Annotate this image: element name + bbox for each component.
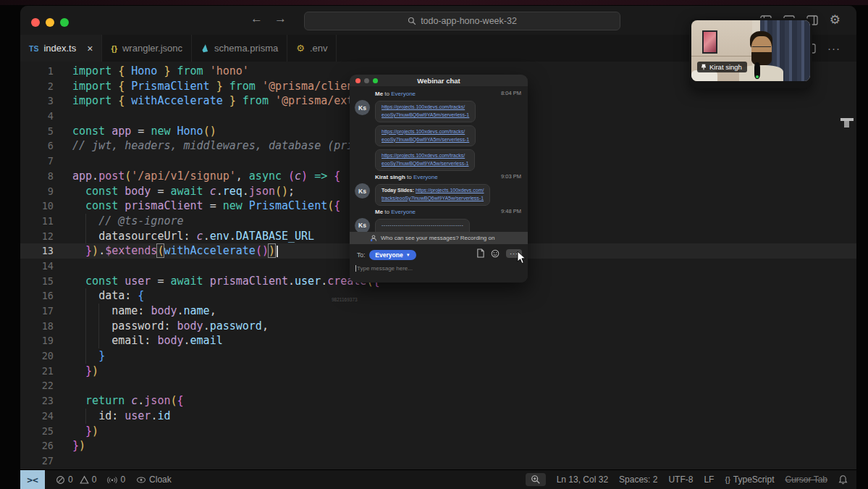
code-line[interactable]: 25 })	[20, 424, 856, 439]
eye-icon	[136, 476, 146, 484]
magnifier-plus-icon	[531, 475, 541, 485]
line-number: 12	[20, 229, 54, 244]
ports-indicator[interactable]: 0	[107, 475, 125, 485]
webcam-video: Kirat singh	[691, 20, 810, 81]
cloak-extension[interactable]: Cloak	[136, 475, 172, 485]
code-line[interactable]: 26})	[20, 438, 856, 454]
webinar-chat-window[interactable]: Webinar chat Me to Everyone8:04 PMKshttp…	[350, 75, 528, 283]
code-line[interactable]: 22	[20, 378, 856, 393]
problems-indicator[interactable]: 0 0	[56, 475, 96, 485]
line-number: 2	[20, 79, 54, 94]
chat-message-bubble[interactable]: https://projects.100xdevs.com/tracks/eoo…	[375, 125, 476, 147]
line-number: 24	[20, 409, 54, 424]
avatar: Ks	[355, 218, 370, 232]
line-number: 16	[20, 288, 54, 304]
code-text: })	[72, 438, 85, 454]
code-line[interactable]: 16 data: {	[20, 288, 856, 304]
tab-label: schema.prisma	[214, 43, 278, 54]
chat-message: Me to Everyone8:04 PMKshttps://projects.…	[350, 90, 528, 146]
line-number: 25	[20, 424, 54, 439]
forward-arrow-icon[interactable]: →	[274, 12, 287, 26]
braces-file-icon: {}	[111, 44, 117, 53]
code-line[interactable]: 23 return c.json({	[20, 393, 856, 409]
chat-message: https://projects.100xdevs.com/tracks/eoo…	[350, 149, 528, 171]
code-text: const body = await c.req.json();	[72, 184, 295, 199]
participant-name-label: Kirat singh	[697, 62, 747, 72]
line-number: 27	[20, 454, 54, 469]
eol-sequence[interactable]: LF	[704, 475, 714, 485]
chat-link[interactable]: https://projects.100xdevs.com/tracks/	[382, 153, 465, 158]
chat-link[interactable]: tracks/eooSy7lnuwBQ6wl9YA5w/serverless-1	[382, 196, 484, 201]
code-text: })	[72, 364, 98, 379]
chat-title: Webinar chat	[350, 77, 528, 85]
tab-label: .env	[310, 43, 328, 54]
person-icon	[370, 235, 377, 242]
tab-schema-prisma[interactable]: schema.prisma	[192, 35, 287, 62]
chat-compose-area: To: Everyone ▼ ··	[350, 244, 528, 283]
code-line[interactable]: 18 password: body.password,	[20, 319, 856, 334]
line-number: 1	[20, 64, 54, 79]
back-arrow-icon[interactable]: ←	[250, 12, 263, 26]
command-center-search[interactable]: todo-app-hono-week-32	[304, 12, 620, 30]
chat-link[interactable]: eooSy7lnuwBQ6wl9YA5m/serverless-1	[382, 137, 469, 142]
line-number: 10	[20, 198, 54, 214]
close-tab-icon[interactable]: ×	[87, 43, 93, 54]
language-mode[interactable]: {} TypeScript	[725, 475, 774, 485]
chat-message-bubble[interactable]: https://projects.100xdevs.com/tracks/eoo…	[375, 149, 475, 171]
chat-message-header: Me to Everyone	[375, 90, 492, 98]
chat-link[interactable]: https://projects.100xdevs.com/	[416, 188, 484, 193]
code-text: // jwt, headers, middlewares, database (…	[72, 138, 379, 154]
chat-link[interactable]: eooSy7lnuwBQ6wl9YA5w/serverless-1	[382, 161, 468, 166]
chat-message: Kirat singh to Everyone9:03 PMKsToday Sl…	[350, 173, 528, 206]
chat-link[interactable]: https://projects.100xdevs.com/tracks/	[382, 129, 465, 134]
error-icon	[56, 475, 65, 485]
attach-file-icon[interactable]	[476, 248, 484, 258]
editor-actions-more-icon[interactable]: ···	[827, 42, 840, 54]
wall-art	[702, 30, 717, 54]
chat-message-bubble[interactable]: https://projects.100xdevs.com/tracks/eoo…	[375, 101, 476, 122]
code-text: // @ts-ignore	[72, 214, 184, 229]
code-line[interactable]: 19 email: body.email	[20, 333, 856, 348]
emoji-icon[interactable]	[491, 249, 500, 258]
chevron-down-icon: ▼	[406, 253, 410, 257]
code-text: }).$extends(withAccelerate())	[72, 243, 278, 259]
close-window-button[interactable]	[31, 18, 40, 27]
remote-indicator[interactable]: ><	[20, 470, 45, 489]
cursor-tab-toggle[interactable]: Cursor Tab	[785, 475, 827, 485]
gear-file-icon: ⚙	[296, 43, 305, 53]
line-number: 13	[20, 243, 54, 259]
line-number: 19	[20, 333, 54, 348]
code-line[interactable]: 27	[20, 454, 856, 469]
to-label: To:	[357, 251, 365, 259]
line-number: 26	[20, 438, 54, 454]
minimize-window-button[interactable]	[46, 18, 54, 27]
settings-gear-icon[interactable]: ⚙	[830, 14, 840, 26]
chat-message-bubble[interactable]: Today Slides: https://projects.100xdevs.…	[375, 184, 490, 206]
code-line[interactable]: 21 })	[20, 364, 856, 379]
webcam-overlay[interactable]: Kirat singh	[689, 18, 812, 88]
notifications-bell-icon[interactable]	[838, 475, 848, 485]
line-number: 9	[20, 184, 54, 199]
chat-message-list[interactable]: Me to Everyone8:04 PMKshttps://projects.…	[350, 86, 528, 232]
code-line[interactable]: 17 name: body.name,	[20, 304, 856, 319]
avatar: Ks	[355, 100, 370, 115]
braces-icon: {}	[725, 475, 730, 484]
cursor-position[interactable]: Ln 13, Col 32	[557, 475, 608, 485]
maximize-window-button[interactable]	[60, 18, 69, 27]
tab-index-ts[interactable]: TSindex.ts×	[20, 35, 102, 62]
code-line[interactable]: 20 }	[20, 348, 856, 364]
encoding[interactable]: UTF-8	[668, 475, 693, 485]
chat-link[interactable]: https://projects.100xdevs.com/tracks/	[382, 104, 465, 109]
audience-selector[interactable]: Everyone ▼	[369, 250, 416, 260]
chat-message: Me to Everyone9:48 PMKs-----------------…	[350, 208, 528, 232]
error-count: 0	[68, 475, 73, 485]
line-number: 15	[20, 274, 54, 289]
indentation[interactable]: Spaces: 2	[619, 475, 657, 485]
chat-link[interactable]: eooSy7lnuwBQ6wl9YA5m/serverless-1	[382, 112, 469, 117]
zoom-status-button[interactable]	[526, 473, 546, 486]
tab--env[interactable]: ⚙.env	[287, 35, 337, 62]
chat-message-input[interactable]: Type message here...	[355, 265, 528, 272]
code-text: import { Hono } from 'hono'	[72, 64, 249, 79]
tab-wrangler-jsonc[interactable]: {}wrangler.jsonc	[102, 35, 192, 62]
code-line[interactable]: 24 id: user.id	[20, 409, 856, 424]
